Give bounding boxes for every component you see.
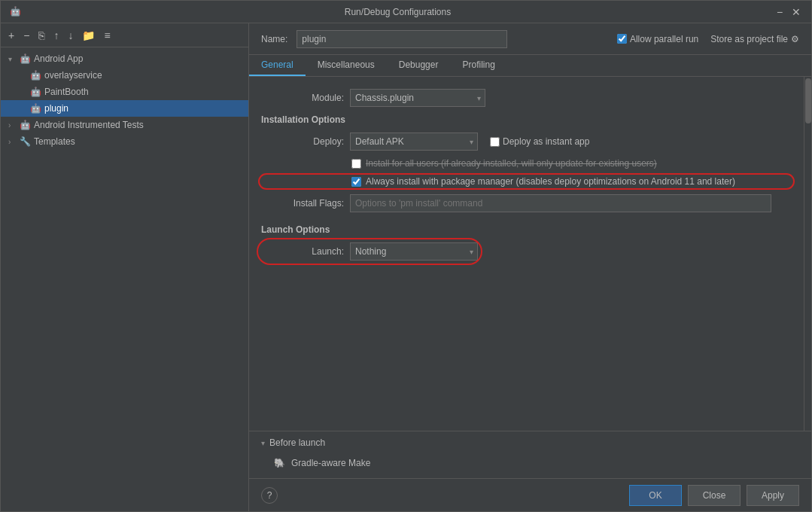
deploy-instant-label[interactable]: Deploy as instant app	[490, 136, 589, 147]
right-panel: Name: Allow parallel run Store as projec…	[249, 23, 811, 511]
before-launch-header[interactable]: ▾ Before launch	[261, 437, 799, 448]
always-install-container: Always install with package manager (dis…	[261, 176, 792, 187]
launch-section: Launch Options	[261, 224, 792, 235]
always-install-row: Always install with package manager (dis…	[261, 176, 792, 187]
apply-button[interactable]: Apply	[747, 485, 799, 506]
android-icon-5: 🤖	[19, 119, 31, 131]
tree-item-paintbooth[interactable]: 🤖 PaintBooth	[1, 84, 248, 100]
allow-parallel-text: Allow parallel run	[630, 34, 698, 44]
ok-button[interactable]: OK	[629, 485, 682, 506]
store-project-button[interactable]: Store as project file ⚙	[710, 34, 799, 44]
install-flags-label: Install Flags:	[261, 198, 344, 209]
name-label: Name:	[261, 34, 287, 44]
module-label: Module:	[261, 93, 344, 103]
tree-label-android-app: Android App	[34, 53, 83, 64]
sidebar-toolbar: + − ⎘ ↑ ↓ 📁 ≡	[1, 23, 248, 47]
help-button[interactable]: ?	[261, 487, 278, 504]
allow-parallel-checkbox[interactable]	[617, 34, 627, 44]
close-button-footer[interactable]: Close	[688, 485, 741, 506]
installation-options-title: Installation Options	[261, 114, 345, 125]
deploy-instant-text: Deploy as instant app	[503, 136, 589, 147]
gradle-icon: 🐘	[273, 457, 285, 469]
installation-section: Installation Options	[261, 114, 792, 125]
before-launch-item: 🐘 Gradle-aware Make	[261, 454, 799, 472]
install-all-label[interactable]: Install for all users (if already instal…	[366, 158, 657, 169]
install-all-checkbox[interactable]	[351, 159, 361, 169]
deploy-instant-checkbox[interactable]	[490, 137, 500, 147]
run-debug-dialog: 🤖 Run/Debug Configurations − ✕ + − ⎘ ↑ ↓…	[0, 0, 812, 512]
copy-button[interactable]: ⎘	[35, 28, 47, 43]
tree-item-templates[interactable]: › 🔧 Templates	[1, 133, 248, 150]
tree-label-paintbooth: PaintBooth	[44, 87, 89, 97]
wrench-icon: 🔧	[19, 136, 31, 148]
before-launch-section: ▾ Before launch 🐘 Gradle-aware Make	[249, 431, 811, 478]
name-input[interactable]	[297, 30, 507, 48]
title-bar: 🤖 Run/Debug Configurations − ✕	[1, 1, 811, 23]
deploy-label: Deploy:	[261, 136, 344, 147]
launch-options-title: Launch Options	[261, 224, 330, 235]
always-install-label[interactable]: Always install with package manager (dis…	[366, 176, 735, 187]
tree-item-plugin[interactable]: 🤖 plugin	[1, 100, 248, 117]
module-select-wrap: Chassis.plugin ▾	[350, 89, 485, 107]
minimize-button[interactable]: −	[774, 6, 786, 18]
deploy-select[interactable]: Default APK	[350, 133, 478, 151]
gradle-make-label: Gradle-aware Make	[291, 458, 370, 468]
toggle-android-app: ▾	[8, 55, 19, 63]
tab-miscellaneous[interactable]: Miscellaneous	[306, 55, 387, 76]
tabs-bar: General Miscellaneous Debugger Profiling	[249, 55, 811, 77]
dialog-footer: ? OK Close Apply	[249, 478, 811, 511]
launch-row-container: Launch: Nothing ▾	[261, 242, 478, 261]
android-icon: 🤖	[19, 53, 31, 65]
store-project-label: Store as project file	[710, 34, 788, 44]
tree-label-instrumented: Android Instrumented Tests	[34, 120, 144, 130]
android-icon-2: 🤖	[29, 69, 41, 81]
header-right: Allow parallel run Store as project file…	[617, 34, 799, 44]
launch-select[interactable]: Nothing	[350, 242, 478, 261]
sidebar: + − ⎘ ↑ ↓ 📁 ≡ ▾ 🤖 Android App	[1, 23, 249, 511]
install-flags-input[interactable]	[350, 194, 771, 212]
scrollbar-area: Module: Chassis.plugin ▾ Installation Op…	[249, 77, 811, 431]
launch-select-wrap: Nothing ▾	[350, 242, 478, 261]
remove-button[interactable]: −	[20, 28, 32, 43]
deploy-row: Deploy: Default APK ▾ Deploy as instant …	[261, 133, 792, 151]
module-select[interactable]: Chassis.plugin	[350, 89, 485, 107]
close-button[interactable]: ✕	[790, 6, 802, 18]
tree-item-android-app[interactable]: ▾ 🤖 Android App	[1, 50, 248, 67]
config-header: Name: Allow parallel run Store as projec…	[249, 23, 811, 55]
window-controls: − ✕	[774, 6, 802, 18]
settings-icon: ⚙	[791, 34, 799, 44]
tree-item-overlayservice[interactable]: 🤖 overlayservice	[1, 67, 248, 84]
before-launch-title: Before launch	[269, 437, 325, 448]
android-icon-3: 🤖	[29, 86, 41, 98]
android-icon-4: 🤖	[29, 102, 41, 114]
launch-label: Launch:	[261, 246, 344, 257]
scroll-thumb	[805, 78, 811, 123]
add-button[interactable]: +	[5, 28, 17, 43]
folder-button[interactable]: 📁	[79, 28, 98, 43]
tree-label-plugin: plugin	[44, 103, 68, 114]
deploy-select-wrap: Default APK ▾	[350, 133, 478, 151]
app-logo: 🤖	[10, 6, 22, 18]
always-install-checkbox[interactable]	[351, 177, 361, 187]
allow-parallel-label[interactable]: Allow parallel run	[617, 34, 698, 44]
move-up-button[interactable]: ↑	[50, 28, 62, 43]
move-down-button[interactable]: ↓	[65, 28, 76, 43]
config-body: Module: Chassis.plugin ▾ Installation Op…	[249, 77, 804, 431]
module-row: Module: Chassis.plugin ▾	[261, 89, 792, 107]
before-launch-toggle: ▾	[261, 439, 265, 447]
config-tree: ▾ 🤖 Android App 🤖 overlayservice 🤖 Pa	[1, 47, 248, 511]
tab-profiling[interactable]: Profiling	[450, 55, 506, 76]
toggle-templates: ›	[8, 138, 19, 146]
tree-label-overlayservice: overlayservice	[44, 70, 102, 81]
main-content: + − ⎘ ↑ ↓ 📁 ≡ ▾ 🤖 Android App	[1, 23, 811, 511]
dialog-title: Run/Debug Configurations	[22, 7, 774, 17]
right-scrollbar[interactable]	[804, 77, 811, 431]
footer-left: ?	[261, 487, 278, 504]
tree-item-instrumented[interactable]: › 🤖 Android Instrumented Tests	[1, 117, 248, 133]
install-flags-row: Install Flags:	[261, 194, 792, 212]
sort-button[interactable]: ≡	[101, 28, 113, 43]
install-all-row: Install for all users (if already instal…	[261, 158, 792, 169]
tab-general[interactable]: General	[249, 55, 306, 76]
tab-debugger[interactable]: Debugger	[387, 55, 451, 76]
tree-label-templates: Templates	[34, 136, 75, 147]
